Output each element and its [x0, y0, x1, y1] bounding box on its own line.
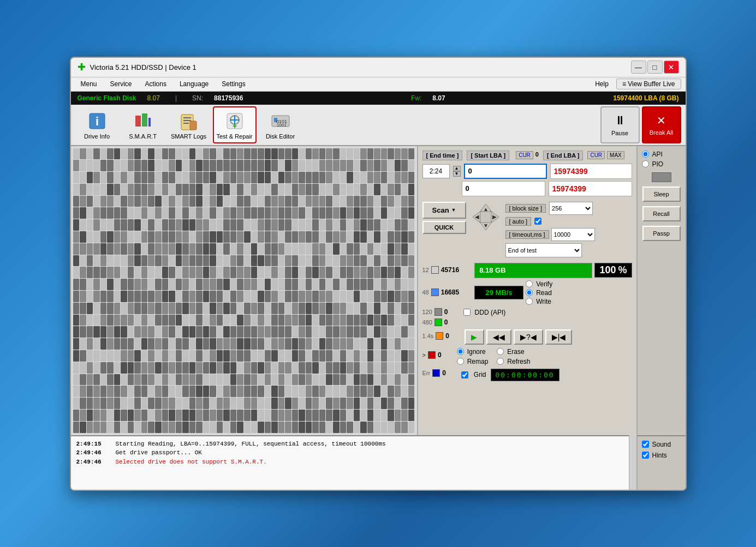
end-time-label: [ End time ] — [422, 151, 463, 160]
cur-tag: CUR — [516, 151, 533, 159]
sound-checkbox[interactable] — [642, 441, 649, 448]
passp-button[interactable]: Passp — [642, 226, 681, 241]
maximize-button[interactable]: □ — [647, 61, 663, 74]
stat-480-color — [434, 318, 442, 326]
quick-button[interactable]: QUICK — [422, 221, 466, 234]
menu-item-help[interactable]: Help — [590, 79, 614, 89]
auto-label: [ auto ] — [505, 217, 532, 226]
time-up-arrow[interactable]: ▲ — [453, 166, 461, 171]
log-time-1: 2:49:46 — [76, 448, 109, 458]
stat-12-value: 45716 — [441, 266, 459, 274]
sound-row: Sound — [642, 441, 681, 448]
hints-checkbox[interactable] — [642, 452, 649, 459]
drive-info-button[interactable]: i Drive Info — [75, 106, 119, 143]
percent-sym: % — [618, 265, 627, 276]
percent-display: 100 % — [594, 263, 632, 278]
end-lba-second[interactable] — [549, 181, 632, 196]
scan-button[interactable]: Scan — [422, 202, 466, 219]
erase-row: Erase — [497, 348, 530, 356]
stat-err: Err 0 — [422, 369, 446, 377]
menu-item-language[interactable]: Language — [174, 79, 214, 89]
grid-checkbox[interactable] — [461, 371, 468, 378]
api-radio[interactable] — [642, 151, 649, 158]
log-section: 2:49:15 Starting Reading, LBA=0..1597439… — [71, 435, 629, 490]
end-of-test-select[interactable]: End of test Shutdown Reboot — [505, 243, 582, 257]
stats-row-6: > 0 Ignore — [422, 346, 632, 365]
pause-button[interactable]: ⏸ Pause — [600, 106, 640, 143]
start-lba-input[interactable] — [464, 164, 547, 179]
diamond-control: ▲ ◀ ▶ ▼ — [471, 202, 501, 232]
sleep-button[interactable]: Sleep — [642, 187, 681, 202]
api-pio-radio: API PIO — [642, 151, 681, 168]
start-lba-second[interactable] — [462, 181, 545, 196]
disk-editor-button[interactable]: 0101 1001 Disk Editor — [259, 106, 302, 143]
ignore-label: Ignore — [467, 348, 486, 356]
log-time-2: 2:49:46 — [76, 458, 109, 467]
progress-section: 12 45716 8.18 GB 100 % — [422, 263, 632, 382]
auto-checkbox[interactable] — [534, 218, 541, 225]
window-title: Victoria 5.21 HDD/SSD | Device 1 — [90, 63, 631, 71]
remap-radio[interactable] — [457, 358, 464, 365]
refresh-radio[interactable] — [497, 358, 504, 365]
verify-radio[interactable] — [526, 280, 533, 287]
break-label: Break All — [650, 129, 673, 136]
end-lba-input-right[interactable] — [550, 164, 632, 179]
write-radio[interactable] — [526, 298, 533, 305]
end-time-input[interactable]: 2:24 — [422, 164, 450, 178]
block-size-select[interactable]: 256 512 1024 — [549, 202, 593, 215]
play-button[interactable]: ▶ — [465, 329, 484, 345]
window-controls: — □ ✕ — [631, 61, 679, 74]
minimize-button[interactable]: — — [631, 61, 646, 74]
remap-row: Remap — [457, 358, 489, 365]
skip-error-button[interactable]: ▶?◀ — [514, 329, 543, 345]
stat-120: 120 0 — [422, 308, 448, 316]
stat-gt: > 0 — [422, 351, 442, 359]
title-bar: ✚ Victoria 5.21 HDD/SSD | Device 1 — □ ✕ — [71, 58, 686, 77]
ignore-radio[interactable] — [457, 348, 464, 355]
pio-radio[interactable] — [642, 160, 649, 167]
cur-max-tags: CUR 0 — [516, 151, 539, 159]
stat-err-label: Err — [422, 370, 431, 376]
disk-size: 8.07 — [147, 94, 160, 102]
read-row: Read — [526, 289, 552, 297]
read-label: Read — [536, 289, 552, 297]
log-row-2: 2:49:46 Selected drive does not support … — [76, 458, 623, 467]
break-all-button[interactable]: ✕ Break All — [642, 106, 681, 143]
refresh-label: Refresh — [507, 358, 530, 365]
stat-480-label: 480 — [422, 319, 432, 326]
read-write-radio: Verify Read Write — [526, 280, 552, 305]
api-row: API — [642, 151, 681, 158]
timeout-select[interactable]: 10000 5000 15000 — [551, 228, 595, 241]
time-down-arrow[interactable]: ▼ — [453, 171, 461, 177]
svg-text:+: + — [232, 122, 236, 130]
log-scrollbar[interactable] — [629, 435, 636, 490]
erase-radio[interactable] — [497, 348, 504, 355]
stats-row-4: 480 0 — [422, 318, 632, 327]
read-radio[interactable] — [526, 289, 533, 296]
menu-item-settings[interactable]: Settings — [216, 79, 251, 89]
speed-display: 29 MB/s — [474, 286, 523, 299]
grid-timer: 00:00:00:00 — [491, 369, 559, 381]
test-repair-button[interactable]: + Test & Repair — [213, 106, 257, 143]
refresh-row: Refresh — [497, 358, 530, 365]
ddd-checkbox[interactable] — [463, 309, 471, 316]
end-lba-label: [ End LBA ] — [543, 151, 583, 160]
smart-label: S.M.A.R.T — [129, 133, 157, 140]
svg-rect-4 — [148, 118, 151, 127]
skip-end-button[interactable]: ▶|◀ — [545, 329, 573, 345]
stat-48-color — [431, 288, 439, 296]
view-buffer-button[interactable]: ≡ View Buffer Live — [616, 79, 681, 89]
menu-item-menu[interactable]: Menu — [75, 79, 103, 89]
recall-button[interactable]: Recall — [642, 206, 681, 221]
menu-item-service[interactable]: Service — [105, 79, 138, 89]
grid-label: Grid — [474, 371, 486, 378]
remap-label: Remap — [467, 358, 489, 365]
pause-icon: ⏸ — [614, 113, 626, 128]
smart-logs-button[interactable]: SMART Logs — [167, 106, 211, 143]
svg-text:1001: 1001 — [277, 123, 287, 128]
close-button[interactable]: ✕ — [664, 61, 679, 74]
svg-text:▶: ▶ — [492, 214, 497, 220]
rewind-button[interactable]: ◀◀ — [486, 329, 511, 345]
menu-item-actions[interactable]: Actions — [140, 79, 172, 89]
smart-button[interactable]: S.M.A.R.T — [121, 106, 165, 143]
